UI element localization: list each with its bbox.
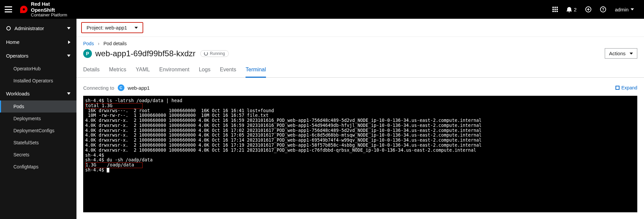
pod-resource-icon: P	[83, 49, 92, 58]
notif-count: 2	[574, 7, 577, 12]
sidebar-item-secrets[interactable]: Secrets	[0, 149, 76, 161]
project-label: Project:	[87, 25, 104, 30]
help-icon[interactable]: ?	[600, 6, 606, 12]
tab-metrics[interactable]: Metrics	[109, 63, 126, 78]
container-resource-icon: C	[118, 84, 124, 91]
nav-operators[interactable]: Operators	[0, 49, 76, 63]
sync-icon	[204, 52, 208, 56]
redhat-logo-icon	[20, 6, 28, 13]
sidebar-item-operatorhub[interactable]: OperatorHub	[0, 63, 76, 75]
chevron-down-icon	[67, 27, 70, 29]
breadcrumb: Pods › Pod details	[83, 41, 637, 46]
nav-workloads-label: Workloads	[6, 91, 30, 96]
expand-icon	[615, 86, 620, 90]
chevron-down-icon	[67, 92, 70, 95]
brand-line1: Red Hat	[31, 1, 50, 7]
topbar: Red Hat OpenShift Container Platform 2 ?…	[0, 0, 644, 19]
perspective-switcher[interactable]: Administrator	[0, 21, 76, 35]
nav-home-label: Home	[6, 39, 19, 45]
container-name: web-app1	[128, 85, 150, 91]
chevron-right-icon	[68, 41, 70, 44]
sidebar-item-deployments[interactable]: Deployments	[0, 113, 76, 125]
tab-events[interactable]: Events	[220, 63, 236, 78]
expand-button[interactable]: Expand	[615, 85, 637, 90]
chevron-down-icon	[631, 8, 634, 10]
sidebar-item-pods[interactable]: Pods	[0, 100, 76, 113]
brand-line3: Container Platform	[31, 13, 67, 17]
expand-label: Expand	[622, 85, 637, 90]
terminal-output[interactable]: sh-4.4$ ls -latrsh /oadp/data | head tot…	[83, 96, 637, 212]
project-value: web-app1	[105, 25, 127, 30]
sidebar-item-installed-operators[interactable]: Installed Operators	[0, 75, 76, 87]
sidebar-item-deploymentconfigs[interactable]: DeploymentConfigs	[0, 125, 76, 137]
gear-icon	[6, 26, 11, 31]
main-panel: Project: web-app1 Pods › Pod details P w…	[76, 19, 644, 219]
chevron-down-icon	[135, 27, 138, 29]
connecting-label: Connecting to	[83, 85, 114, 91]
perspective-label: Administrator	[14, 25, 44, 31]
tab-details[interactable]: Details	[83, 63, 100, 78]
cursor-icon	[107, 168, 109, 172]
tab-environment[interactable]: Environment	[159, 63, 190, 78]
nav-home[interactable]: Home	[0, 35, 76, 49]
tab-yaml[interactable]: YAML	[136, 63, 150, 78]
svg-text:?: ?	[602, 7, 604, 11]
chevron-down-icon	[630, 53, 633, 55]
sidebar-item-statefulsets[interactable]: StatefulSets	[0, 137, 76, 149]
brand: Red Hat OpenShift Container Platform	[20, 1, 67, 17]
actions-label: Actions	[609, 51, 626, 56]
status-badge: Running	[200, 50, 229, 57]
sidebar-item-configmaps[interactable]: ConfigMaps	[0, 161, 76, 173]
tab-logs[interactable]: Logs	[199, 63, 211, 78]
page-title: web-app1-69df99bf58-kxdzr	[95, 49, 196, 58]
status-text: Running	[210, 51, 225, 56]
add-icon[interactable]	[585, 6, 591, 12]
notifications-icon[interactable]: 2	[567, 6, 577, 12]
brand-line2: OpenShift	[31, 7, 55, 13]
user-menu[interactable]: admin	[615, 7, 634, 12]
project-picker[interactable]: Project: web-app1	[81, 22, 143, 33]
chevron-down-icon	[67, 55, 70, 57]
tab-terminal[interactable]: Terminal	[246, 63, 266, 78]
nav-operators-label: Operators	[6, 53, 29, 59]
chevron-right-icon: ›	[98, 41, 100, 46]
app-launcher-icon[interactable]	[552, 7, 558, 12]
sidebar: Administrator Home Operators OperatorHub…	[0, 19, 76, 219]
tabs: Details Metrics YAML Environment Logs Ev…	[76, 63, 644, 78]
nav-workloads[interactable]: Workloads	[0, 87, 76, 100]
crumb-pods[interactable]: Pods	[83, 41, 94, 46]
hamburger-icon[interactable]	[5, 6, 12, 12]
user-name: admin	[615, 7, 629, 12]
actions-menu[interactable]: Actions	[605, 48, 637, 59]
project-bar: Project: web-app1	[76, 19, 644, 37]
crumb-current: Pod details	[103, 41, 126, 46]
